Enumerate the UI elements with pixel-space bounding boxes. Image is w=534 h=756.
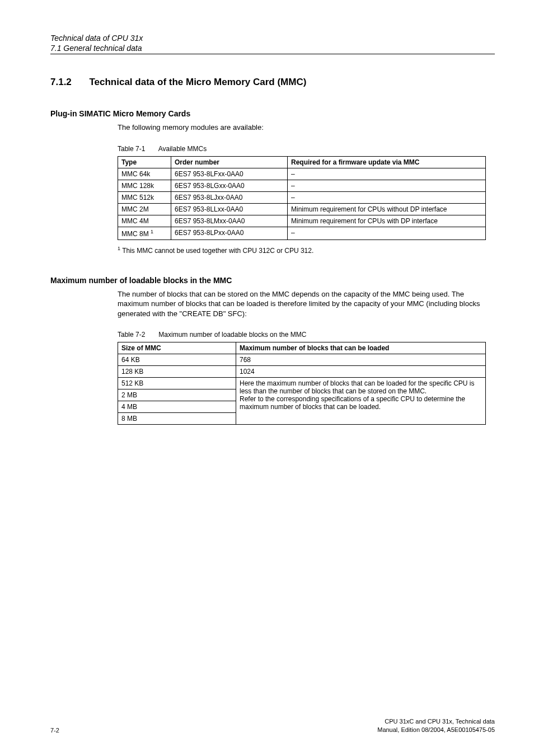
table-max-blocks: Size of MMC Maximum number of blocks tha… [118,342,486,425]
cell-type: MMC 512k [118,191,171,203]
section-number: 7.1.2 [50,77,72,88]
footer-doc-info: CPU 31xC and CPU 31x, Technical data Man… [377,717,495,734]
table-1-caption: Table 7-1 Available MMCs [118,145,495,153]
table-1-caption-text: Available MMCs [158,145,207,153]
table-row: 512 KB Here the maximum number of blocks… [118,378,486,389]
table-row: MMC 4M 6ES7 953-8LMxx-0AA0 Minimum requi… [118,215,486,227]
intro-text-2: The number of blocks that can be stored … [118,289,495,319]
merged-line2: Refer to the corresponding specification… [240,395,465,411]
cell-type: MMC 128k [118,180,171,191]
cell-type: MMC 4M [118,215,171,227]
cell-order: 6ES7 953-8LPxx-0AA0 [171,227,288,240]
cell-req: Minimum requirement for CPUs with DP int… [288,215,486,227]
section-title: Technical data of the Micro Memory Card … [89,77,306,88]
table-1-label: Table 7-1 [118,145,157,153]
table-available-mmcs: Type Order number Required for a firmwar… [118,156,486,240]
cell-order: 6ES7 953-8LFxx-0AA0 [171,168,288,180]
table-row: MMC 8M 1 6ES7 953-8LPxx-0AA0 – [118,227,486,240]
footnote-ref: 1 [151,229,153,234]
cell-order: 6ES7 953-8LLxx-0AA0 [171,203,288,215]
cell-req: – [288,180,486,191]
footnote-text: This MMC cannot be used together with CP… [120,247,313,255]
cell-order: 6ES7 953-8LMxx-0AA0 [171,215,288,227]
th-required: Required for a firmware update via MMC [288,156,486,168]
cell-size: 64 KB [118,354,236,366]
table-row: 128 KB 1024 [118,366,486,378]
cell-req: – [288,168,486,180]
cell-order: 6ES7 953-8LGxx-0AA0 [171,180,288,191]
cell-type: MMC 64k [118,168,171,180]
cell-req: – [288,227,486,240]
intro-text-1: The following memory modules are availab… [118,123,495,133]
cell-size: 2 MB [118,389,236,401]
cell-type: MMC 8M 1 [118,227,171,240]
footer-line1: CPU 31xC and CPU 31x, Technical data [385,718,495,725]
th-type: Type [118,156,171,168]
table-row: MMC 512k 6ES7 953-8LJxx-0AA0 – [118,191,486,203]
subheading-plugin-mmc: Plug-in SIMATIC Micro Memory Cards [50,109,495,118]
merged-line1: Here the maximum number of blocks that c… [240,379,475,395]
table-row: Size of MMC Maximum number of blocks tha… [118,342,486,354]
table-1-footnote: 1 This MMC cannot be used together with … [118,246,495,255]
table-2-caption: Table 7-2 Maximum number of loadable blo… [118,331,495,339]
section-heading: 7.1.2 Technical data of the Micro Memory… [50,77,495,88]
cell-val: 1024 [236,366,486,378]
running-header-chapter: Technical data of CPU 31x [50,34,495,43]
table-row: MMC 64k 6ES7 953-8LFxx-0AA0 – [118,168,486,180]
th-size: Size of MMC [118,342,236,354]
table-2-caption-text: Maximum number of loadable blocks on the… [158,331,306,339]
cell-size: 8 MB [118,413,236,425]
table-row: Type Order number Required for a firmwar… [118,156,486,168]
table-2-label: Table 7-2 [118,331,157,339]
cell-req: – [288,191,486,203]
cell-size: 4 MB [118,401,236,413]
cell-val: 768 [236,354,486,366]
cell-merged-note: Here the maximum number of blocks that c… [236,378,486,425]
cell-size: 512 KB [118,378,236,389]
th-order: Order number [171,156,288,168]
th-max-blocks: Maximum number of blocks that can be loa… [236,342,486,354]
table-row: MMC 2M 6ES7 953-8LLxx-0AA0 Minimum requi… [118,203,486,215]
subheading-max-blocks: Maximum number of loadable blocks in the… [50,276,495,285]
cell-req: Minimum requirement for CPUs without DP … [288,203,486,215]
cell-order: 6ES7 953-8LJxx-0AA0 [171,191,288,203]
page-number: 7-2 [50,727,59,734]
table-row: MMC 128k 6ES7 953-8LGxx-0AA0 – [118,180,486,191]
cell-size: 128 KB [118,366,236,378]
cell-type: MMC 2M [118,203,171,215]
footer-line2: Manual, Edition 08/2004, A5E00105475-05 [377,726,495,733]
running-header-section: 7.1 General technical data [50,44,495,54]
table-row: 64 KB 768 [118,354,486,366]
